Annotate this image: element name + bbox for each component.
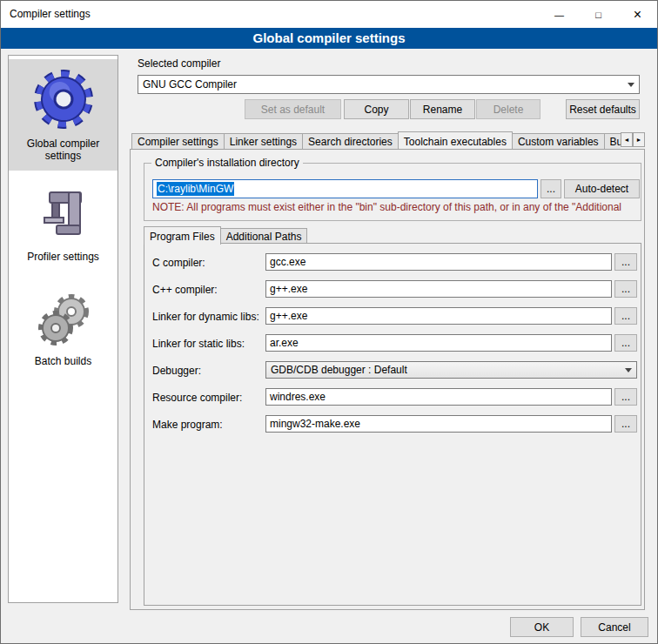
cpp-compiler-value: g++.exe	[270, 283, 307, 295]
tab-compiler-settings[interactable]: Compiler settings	[131, 133, 225, 149]
reset-defaults-button[interactable]: Reset defaults	[566, 99, 640, 119]
debugger-label: Debugger:	[152, 365, 264, 377]
linker-dynamic-input[interactable]: g++.exe	[265, 307, 612, 325]
c-compiler-browse-button[interactable]: ...	[614, 253, 637, 271]
gray-gears-icon	[10, 289, 116, 350]
set-as-default-button: Set as default	[245, 99, 341, 119]
dialog-banner: Global compiler settings	[1, 28, 657, 49]
compiler-tabs: Compiler settings Linker settings Search…	[131, 131, 621, 149]
resource-compiler-value: windres.exe	[270, 391, 326, 403]
maximize-icon: □	[595, 10, 601, 20]
linker-static-browse-button[interactable]: ...	[614, 334, 637, 352]
rename-button[interactable]: Rename	[410, 99, 475, 119]
tab-program-files[interactable]: Program Files	[144, 226, 221, 245]
make-program-input[interactable]: mingw32-make.exe	[265, 415, 612, 433]
resource-compiler-input[interactable]: windres.exe	[265, 388, 612, 406]
window-controls: — □ ×	[540, 1, 657, 28]
selected-compiler-label: Selected compiler	[138, 57, 220, 70]
tab-toolchain-executables[interactable]: Toolchain executables	[398, 131, 513, 149]
copy-button[interactable]: Copy	[344, 99, 409, 119]
linker-dynamic-label: Linker for dynamic libs:	[152, 311, 264, 323]
resource-compiler-label: Resource compiler:	[152, 392, 264, 404]
program-files-tabs: Program Files Additional Paths	[144, 226, 306, 244]
settings-category-list: Global compiler settings Profiler settin…	[8, 55, 118, 603]
sidebar-item-label: Global compiler settings	[10, 138, 116, 162]
tab-scroll-right-button[interactable]: ►	[633, 132, 645, 147]
close-icon: ×	[634, 7, 641, 23]
cpp-compiler-label: C++ compiler:	[152, 284, 264, 296]
tab-scroll-left-button[interactable]: ◄	[621, 132, 633, 147]
cancel-button[interactable]: Cancel	[581, 617, 648, 637]
make-program-value: mingw32-make.exe	[270, 418, 360, 430]
linker-static-value: ar.exe	[270, 337, 299, 349]
make-program-browse-button[interactable]: ...	[614, 415, 637, 433]
tab-additional-paths[interactable]: Additional Paths	[220, 228, 308, 244]
sidebar-item-label: Profiler settings	[10, 251, 116, 263]
installation-directory-group-title: Compiler's installation directory	[151, 157, 303, 169]
selected-compiler-value: GNU GCC Compiler	[138, 78, 623, 91]
c-compiler-label: C compiler:	[152, 257, 264, 269]
installation-directory-browse-button[interactable]: ...	[540, 179, 561, 198]
clamp-icon	[10, 188, 116, 245]
tab-custom-variables[interactable]: Custom variables	[512, 133, 605, 149]
cpp-compiler-input[interactable]: g++.exe	[265, 280, 612, 298]
minimize-button[interactable]: —	[540, 1, 579, 28]
resource-compiler-browse-button[interactable]: ...	[614, 388, 637, 406]
dialog-footer: OK Cancel	[1, 610, 658, 644]
ok-button[interactable]: OK	[510, 617, 574, 637]
installation-note: NOTE: All programs must exist either in …	[152, 201, 636, 213]
chevron-down-icon	[623, 83, 639, 87]
c-compiler-value: gcc.exe	[270, 256, 306, 268]
maximize-button[interactable]: □	[579, 1, 618, 28]
tab-search-directories[interactable]: Search directories	[302, 133, 399, 149]
compiler-settings-window: Compiler settings — □ × Global compiler …	[0, 0, 658, 644]
make-program-label: Make program:	[152, 419, 264, 431]
minimize-icon: —	[554, 10, 564, 20]
window-title: Compiler settings	[10, 1, 91, 28]
sidebar-item-profiler-settings[interactable]: Profiler settings	[9, 181, 118, 272]
tab-linker-settings[interactable]: Linker settings	[224, 133, 303, 149]
linker-dynamic-browse-button[interactable]: ...	[614, 307, 637, 325]
debugger-value: GDB/CDB debugger : Default	[266, 364, 621, 376]
delete-button: Delete	[476, 99, 540, 119]
sidebar-item-global-compiler-settings[interactable]: Global compiler settings	[9, 59, 118, 171]
cpp-compiler-browse-button[interactable]: ...	[614, 280, 637, 298]
sidebar-item-batch-builds[interactable]: Batch builds	[9, 282, 118, 376]
sidebar-item-label: Batch builds	[10, 355, 116, 367]
blue-gear-icon	[10, 66, 116, 132]
installation-directory-input[interactable]: C:\raylib\MinGW	[152, 179, 538, 198]
tab-build-options[interactable]: Buil	[604, 133, 621, 149]
auto-detect-button[interactable]: Auto-detect	[564, 179, 640, 198]
close-button[interactable]: ×	[618, 1, 657, 28]
c-compiler-input[interactable]: gcc.exe	[265, 253, 612, 271]
chevron-down-icon	[621, 368, 636, 372]
installation-directory-value: C:\raylib\MinGW	[157, 182, 234, 196]
titlebar: Compiler settings — □ ×	[1, 1, 657, 28]
linker-static-label: Linker for static libs:	[152, 338, 264, 350]
selected-compiler-dropdown[interactable]: GNU GCC Compiler	[138, 75, 640, 94]
linker-static-input[interactable]: ar.exe	[265, 334, 612, 352]
linker-dynamic-value: g++.exe	[270, 310, 307, 322]
debugger-dropdown[interactable]: GDB/CDB debugger : Default	[265, 361, 637, 379]
